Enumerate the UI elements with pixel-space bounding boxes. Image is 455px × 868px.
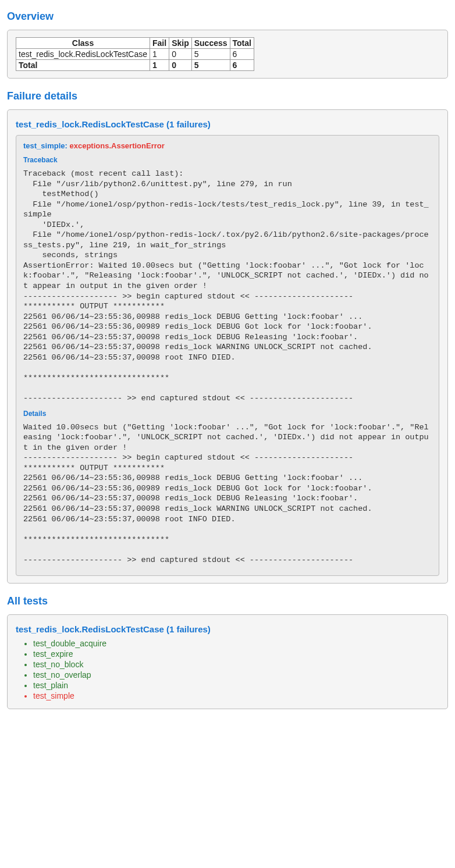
failure-test-name: test_simple: xyxy=(23,141,67,150)
table-cell: 0 xyxy=(169,49,192,60)
table-cell: 5 xyxy=(191,60,230,71)
list-item[interactable]: test_plain xyxy=(33,681,439,690)
traceback-label: Traceback xyxy=(23,156,432,164)
th-fail: Fail xyxy=(150,38,169,49)
table-cell: test_redis_lock.RedisLockTestCase xyxy=(16,49,150,60)
table-cell: 6 xyxy=(230,49,254,60)
failure-error-type: exceptions.AssertionError xyxy=(70,141,165,150)
all-tests-suite-title[interactable]: test_redis_lock.RedisLockTestCase (1 fai… xyxy=(16,624,439,634)
table-row: Total1056 xyxy=(16,60,254,71)
overview-panel: Class Fail Skip Success Total test_redis… xyxy=(7,30,448,79)
list-item[interactable]: test_no_overlap xyxy=(33,670,439,680)
failure-inner-panel: test_simple: exceptions.AssertionError T… xyxy=(16,135,439,576)
failure-test-line: test_simple: exceptions.AssertionError xyxy=(23,141,432,150)
list-item[interactable]: test_expire xyxy=(33,649,439,659)
th-total: Total xyxy=(230,38,254,49)
summary-table: Class Fail Skip Success Total test_redis… xyxy=(16,37,254,71)
failure-panel: test_redis_lock.RedisLockTestCase (1 fai… xyxy=(7,109,448,584)
traceback-text: Traceback (most recent call last): File … xyxy=(23,169,432,404)
th-success: Success xyxy=(191,38,230,49)
table-cell: 6 xyxy=(230,60,254,71)
details-text: Waited 10.00secs but ("Getting 'lock:foo… xyxy=(23,422,432,565)
table-cell: Total xyxy=(16,60,150,71)
all-tests-heading: All tests xyxy=(7,595,448,607)
table-cell: 0 xyxy=(169,60,192,71)
all-tests-panel: test_redis_lock.RedisLockTestCase (1 fai… xyxy=(7,614,448,709)
list-item[interactable]: test_double_acquire xyxy=(33,639,439,648)
table-row: test_redis_lock.RedisLockTestCase1056 xyxy=(16,49,254,60)
th-skip: Skip xyxy=(169,38,192,49)
list-item[interactable]: test_simple xyxy=(33,691,439,700)
th-class: Class xyxy=(16,38,150,49)
failure-suite-title[interactable]: test_redis_lock.RedisLockTestCase (1 fai… xyxy=(16,119,439,129)
details-label: Details xyxy=(23,410,432,418)
table-cell: 1 xyxy=(150,60,169,71)
table-cell: 1 xyxy=(150,49,169,60)
overview-heading: Overview xyxy=(7,10,448,23)
list-item[interactable]: test_no_block xyxy=(33,660,439,669)
table-cell: 5 xyxy=(191,49,230,60)
failure-heading: Failure details xyxy=(7,90,448,102)
tests-list: test_double_acquiretest_expiretest_no_bl… xyxy=(16,639,439,700)
